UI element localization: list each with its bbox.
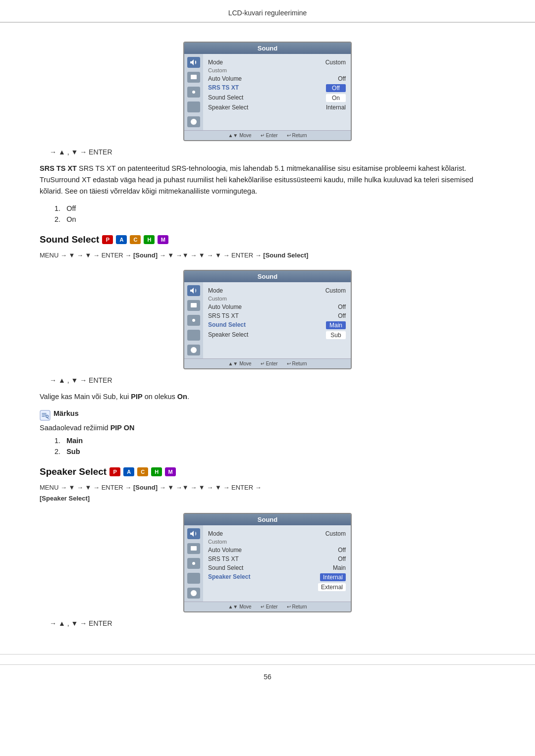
svg-point-1 xyxy=(192,91,195,94)
svg-rect-8 xyxy=(191,546,197,551)
tv-sidebar-3 xyxy=(184,525,203,602)
tv-menu-body-3: Mode Custom Custom Auto Volume Off SRS T… xyxy=(184,525,351,602)
svg-point-9 xyxy=(192,562,195,565)
sidebar-icon-c xyxy=(187,558,200,569)
note-box: Märkus xyxy=(40,409,495,421)
tv-menu-subtext: Custom xyxy=(208,67,346,74)
sound-select-menu-nav: MENU → ▼ → ▼ → ENTER → [Sound] → ▼ →▼ → … xyxy=(40,250,495,261)
sidebar-icon-setup xyxy=(187,101,200,112)
on-bold: On xyxy=(177,393,187,401)
tv-title-bar-1: Sound xyxy=(184,43,351,54)
tv-footer-enter-3: ↵Enter xyxy=(261,604,278,609)
svg-point-5 xyxy=(191,347,197,353)
svg-point-4 xyxy=(192,319,195,322)
note-label: Märkus xyxy=(54,409,79,417)
tv-menu-items-2: Mode Custom Custom Auto Volume Off SRS T… xyxy=(203,282,351,358)
srs-bold-label: SRS TS XT xyxy=(40,164,77,172)
tv-footer-move: ▲▼Move xyxy=(228,133,251,138)
tv-menu-row: Speaker Select Sub xyxy=(208,330,346,340)
tv-menu-row: Sound Select Main xyxy=(208,563,346,572)
page-header: LCD-kuvari reguleerimine xyxy=(0,0,535,22)
sidebar-icon-sound-2 xyxy=(187,285,200,296)
sidebar-icon-sound xyxy=(187,57,200,68)
tv-sidebar-2 xyxy=(184,282,203,358)
tv-menu-row: SRS TS XT Off xyxy=(208,311,346,320)
sidebar-icon-info xyxy=(187,116,200,127)
tv-footer-return-2: ↩Return xyxy=(287,361,307,366)
sidebar-icon-4 xyxy=(187,330,200,341)
note-icon xyxy=(40,410,51,421)
page-footer: 56 xyxy=(0,664,535,686)
tv-title-bar-2: Sound xyxy=(184,271,351,282)
sub-label: Sub xyxy=(66,448,80,455)
tv-footer-enter: ↵Enter xyxy=(261,133,278,138)
badge-p: P xyxy=(102,235,113,244)
list-item-on: 2. On xyxy=(54,215,495,223)
sidebar-icon-settings xyxy=(187,87,200,98)
sidebar-icon-3 xyxy=(187,315,200,326)
speaker-select-heading: Speaker Select P A C H M xyxy=(40,466,495,477)
sidebar-icon-picture xyxy=(187,72,200,83)
speaker-select-label: Speaker Select xyxy=(40,466,107,477)
badge-a-2: A xyxy=(123,467,134,476)
badge-m-2: M xyxy=(165,467,176,476)
tv-footer-return-3: ↩Return xyxy=(287,604,307,609)
pip-on-bold: PIP ON xyxy=(110,424,135,432)
badge-p-2: P xyxy=(109,467,120,476)
tv-footer-1: ▲▼Move ↵Enter ↩Return xyxy=(184,130,351,140)
badge-h: H xyxy=(144,235,155,244)
page-content: Sound Mode xyxy=(0,23,535,654)
tv-footer-3: ▲▼Move ↵Enter ↩Return xyxy=(184,602,351,611)
tv-screenshot-2: Sound Mode xyxy=(183,270,352,369)
tv-menu-subtext-3: Custom xyxy=(208,538,346,546)
tv-menu-row-speaker-select: Speaker Select Internal xyxy=(208,572,346,582)
tv-menu-row: Mode Custom xyxy=(208,286,346,295)
srs-body-text: SRS TS XT SRS TS XT on patenteeritud SRS… xyxy=(40,163,495,198)
tv-footer-move-2: ▲▼Move xyxy=(228,361,251,366)
sidebar-icon-e xyxy=(187,588,200,599)
tv-menu-body-1: Mode Custom Custom Auto Volume Off SRS T… xyxy=(184,54,351,130)
tv-footer-2: ▲▼Move ↵Enter ↩Return xyxy=(184,358,351,368)
sidebar-icon-2 xyxy=(187,300,200,311)
tv-menu-items-3: Mode Custom Custom Auto Volume Off SRS T… xyxy=(203,525,351,602)
svg-rect-0 xyxy=(191,75,197,79)
tv-menu-row: Mode Custom xyxy=(208,58,346,67)
tv-menu-body-2: Mode Custom Custom Auto Volume Off SRS T… xyxy=(184,282,351,358)
saadaolevad-text: Saadaolevad režiimid PIP ON xyxy=(40,424,495,432)
tv-menu-row: Auto Volume Off xyxy=(208,546,346,554)
nav-line-1: → ▲ , ▼ → ENTER xyxy=(50,148,495,156)
sidebar-icon-sound-3 xyxy=(187,528,200,539)
tv-title-bar-3: Sound xyxy=(184,514,351,525)
sidebar-icon-d xyxy=(187,573,200,584)
tv-screenshot-3: Sound Mode xyxy=(183,513,352,612)
main-label: Main xyxy=(66,437,83,445)
badge-c-2: C xyxy=(137,467,148,476)
header-title: LCD-kuvari reguleerimine xyxy=(228,9,307,17)
badge-m: M xyxy=(158,235,168,244)
sidebar-icon-b xyxy=(187,543,200,554)
svg-rect-3 xyxy=(191,303,197,307)
pip-bold: PIP xyxy=(131,393,142,401)
tv-menu-row-external: External xyxy=(208,582,346,592)
tv-menu-row-srs: SRS TS XT Off xyxy=(208,83,346,93)
tv-screenshot-1: Sound Mode xyxy=(183,42,352,141)
tv-footer-enter-2: ↵Enter xyxy=(261,361,278,366)
sound-select-heading: Sound Select P A C H M xyxy=(40,234,495,245)
sound-select-label: Sound Select xyxy=(40,234,99,245)
tv-footer-move-3: ▲▼Move xyxy=(228,604,251,609)
sidebar-icon-5 xyxy=(187,345,200,355)
tv-menu-row: Mode Custom xyxy=(208,529,346,538)
tv-menu-row: Speaker Select Internal xyxy=(208,103,346,112)
list-item-main: 1. Main xyxy=(54,437,495,445)
tv-menu-row: Auto Volume Off xyxy=(208,74,346,83)
svg-point-10 xyxy=(191,590,197,596)
tv-menu-items-1: Mode Custom Custom Auto Volume Off SRS T… xyxy=(203,54,351,130)
tv-menu-row: Auto Volume Off xyxy=(208,302,346,311)
tv-menu-row: SRS TS XT Off xyxy=(208,554,346,563)
nav-line-3: → ▲ , ▼ → ENTER xyxy=(50,619,495,627)
speaker-select-menu-nav: MENU → ▼ → ▼ → ENTER → [Sound] → ▼ →▼ → … xyxy=(40,482,495,504)
tv-sidebar-1 xyxy=(184,54,203,130)
tv-footer-return: ↩Return xyxy=(287,133,307,138)
tv-menu-subtext-2: Custom xyxy=(208,295,346,302)
svg-point-2 xyxy=(191,119,197,125)
